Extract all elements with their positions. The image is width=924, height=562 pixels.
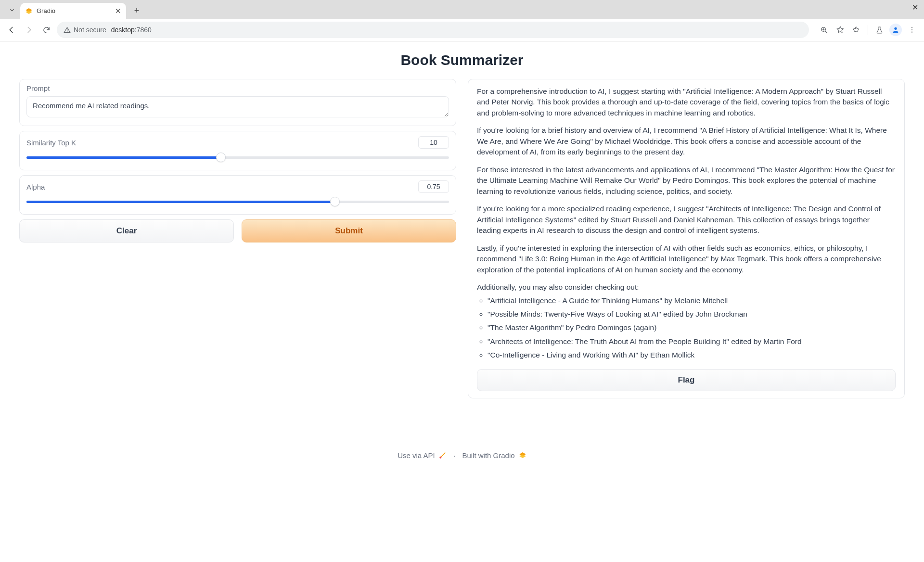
forward-button[interactable] (22, 23, 36, 37)
zoom-button[interactable] (817, 23, 831, 37)
alpha-label: Alpha (26, 183, 45, 191)
dots-vertical-icon (908, 26, 916, 34)
output-paragraph: If you're looking for a brief history an… (477, 125, 896, 157)
api-icon (439, 451, 447, 459)
person-icon (892, 26, 899, 34)
bookmark-button[interactable] (833, 23, 847, 37)
svg-point-8 (894, 27, 897, 30)
svg-line-5 (825, 31, 827, 33)
output-column: For a comprehensive introduction to AI, … (468, 79, 905, 398)
svg-point-9 (911, 27, 912, 28)
svg-point-11 (911, 32, 912, 33)
alpha-slider[interactable] (26, 196, 449, 207)
url-text: desktop:7860 (111, 26, 152, 34)
profile-button[interactable] (888, 23, 903, 37)
toolbar-divider (868, 25, 868, 35)
built-with-gradio-link[interactable]: Built with Gradio (462, 451, 526, 460)
output-paragraph: For a comprehensive introduction to AI, … (477, 86, 896, 118)
svg-point-3 (67, 31, 67, 32)
not-secure-label: Not secure (74, 26, 106, 34)
use-via-api-link[interactable]: Use via API (398, 451, 449, 460)
prompt-input[interactable] (26, 96, 449, 117)
toolbar-right (817, 23, 919, 37)
topk-panel: Similarity Top K (19, 131, 456, 170)
address-bar-row: Not secure desktop:7860 (0, 19, 924, 41)
chevron-down-icon (9, 7, 15, 13)
output-bullet: "Artificial Intelligence - A Guide for T… (488, 294, 896, 307)
gradio-logo-icon (519, 451, 526, 459)
tab-title: Gradio (37, 7, 111, 14)
browser-chrome: Gradio ✕ + ✕ Not secure desktop:7860 (0, 0, 924, 41)
footer: Use via API · Built with Gradio (19, 451, 905, 460)
output-paragraph: For those interested in the latest advan… (477, 165, 896, 197)
output-paragraph: If you're looking for a more specialized… (477, 204, 896, 236)
output-panel: For a comprehensive introduction to AI, … (468, 79, 905, 398)
output-bullet: "Possible Minds: Twenty-Five Ways of Loo… (488, 307, 896, 321)
svg-point-12 (439, 457, 441, 459)
svg-point-10 (911, 29, 912, 30)
new-tab-button[interactable]: + (130, 4, 143, 18)
star-icon (836, 26, 845, 34)
output-bullet: "Co-Intelligence - Living and Working Wi… (488, 348, 896, 362)
extensions-button[interactable] (849, 23, 864, 37)
arrow-left-icon (7, 26, 16, 34)
browser-tab[interactable]: Gradio ✕ (20, 3, 126, 19)
output-paragraph: Lastly, if you're interested in explorin… (477, 243, 896, 275)
tab-strip: Gradio ✕ + ✕ (0, 0, 924, 19)
topk-label: Similarity Top K (26, 139, 76, 147)
address-bar[interactable]: Not secure desktop:7860 (57, 22, 809, 38)
output-bullet-list: "Artificial Intelligence - A Guide for T… (477, 294, 896, 362)
output-bullet: "Architects of Intelligence: The Truth A… (488, 335, 896, 348)
page-title: Book Summarizer (19, 52, 905, 68)
puzzle-icon (853, 26, 861, 34)
topk-slider[interactable] (26, 152, 449, 163)
slider-thumb[interactable] (330, 197, 340, 206)
gradio-favicon-icon (25, 7, 33, 15)
output-bullet: "The Master Algorithm" by Pedro Domingos… (488, 321, 896, 334)
clear-button[interactable]: Clear (19, 219, 234, 243)
submit-button[interactable]: Submit (242, 219, 456, 243)
flask-icon (875, 26, 884, 34)
tab-close-icon[interactable]: ✕ (115, 7, 121, 15)
reload-button[interactable] (39, 23, 53, 37)
output-paragraph: Additionally, you may also consider chec… (477, 282, 896, 293)
page-body: Book Summarizer Prompt Similarity Top K (0, 41, 924, 562)
alpha-value-input[interactable] (418, 180, 449, 193)
tabs-dropdown-button[interactable] (6, 4, 18, 16)
slider-thumb[interactable] (216, 153, 226, 162)
reload-icon (42, 26, 51, 34)
window-close-icon[interactable]: ✕ (912, 3, 918, 12)
prompt-label: Prompt (26, 84, 449, 92)
labs-button[interactable] (872, 23, 886, 37)
topk-value-input[interactable] (418, 136, 449, 149)
zoom-icon (820, 26, 828, 34)
warning-triangle-icon (64, 26, 71, 34)
not-secure-chip[interactable]: Not secure (64, 26, 106, 34)
flag-button[interactable]: Flag (477, 369, 896, 391)
input-column: Prompt Similarity Top K Alpha (19, 79, 456, 243)
alpha-panel: Alpha (19, 175, 456, 215)
overflow-menu-button[interactable] (905, 23, 919, 37)
arrow-right-icon (25, 26, 33, 34)
back-button[interactable] (5, 23, 18, 37)
prompt-panel: Prompt (19, 79, 456, 126)
